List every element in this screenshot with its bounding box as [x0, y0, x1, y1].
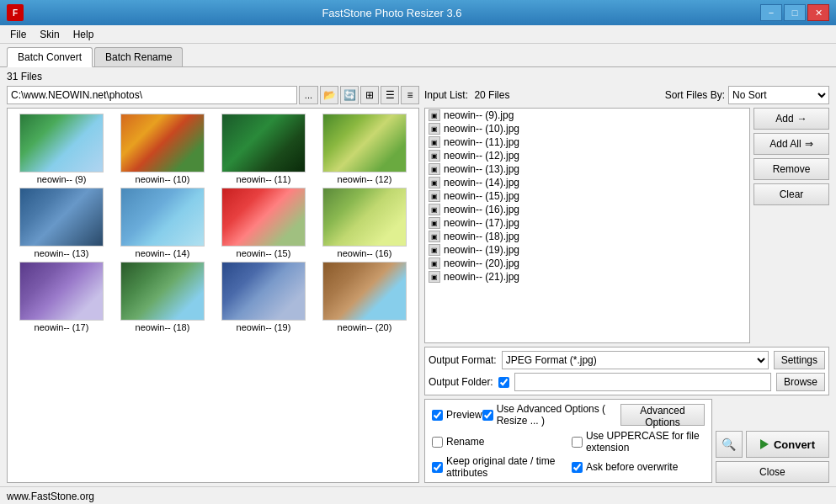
- keep-date-checkbox[interactable]: [432, 462, 443, 473]
- output-folder-input[interactable]: [514, 373, 771, 391]
- file-name: neowin-- (14).jpg: [444, 177, 519, 188]
- list-item[interactable]: ▣neowin-- (19).jpg: [425, 243, 749, 257]
- file-name: neowin-- (17).jpg: [444, 217, 519, 229]
- file-name: neowin-- (9).jpg: [444, 109, 514, 121]
- keep-date-check-row: Keep original date / time attributes: [432, 455, 565, 479]
- detail-view-icon[interactable]: ≡: [401, 86, 419, 104]
- thumbnail-label: neowin-- (15): [237, 248, 291, 258]
- thumbnail-image: [120, 188, 205, 247]
- body-area: ... 📂 🔄 ⊞ ☰ ≡ neowin-- (9)neowin-- (10)n…: [0, 86, 836, 486]
- settings-button[interactable]: Settings: [774, 351, 825, 369]
- thumbnail-label: neowin-- (9): [37, 174, 87, 184]
- thumbnail-item[interactable]: neowin-- (11): [215, 114, 312, 184]
- menu-file[interactable]: File: [3, 27, 33, 42]
- path-input[interactable]: [7, 86, 297, 104]
- options-section: Preview Use Advanced Options ( Resize ..…: [424, 399, 712, 483]
- close-button[interactable]: Close: [716, 461, 829, 483]
- ask-overwrite-checkbox[interactable]: [572, 462, 583, 473]
- maximize-button[interactable]: □: [784, 4, 806, 21]
- thumbnail-item[interactable]: neowin-- (12): [316, 114, 413, 184]
- rename-checkbox[interactable]: [432, 437, 443, 448]
- thumbnail-label: neowin-- (19): [237, 322, 291, 332]
- thumbnail-item[interactable]: neowin-- (17): [13, 262, 110, 332]
- list-view-icon[interactable]: ☰: [381, 86, 399, 104]
- close-window-button[interactable]: ✕: [807, 4, 829, 21]
- thumbnail-label: neowin-- (16): [338, 248, 392, 258]
- thumbnail-item[interactable]: neowin-- (10): [114, 114, 211, 184]
- file-icon: ▣: [429, 163, 440, 175]
- minimize-button[interactable]: −: [760, 4, 782, 21]
- file-icon: ▣: [429, 136, 440, 148]
- sort-label: Sort Files By:: [665, 89, 725, 101]
- output-section: Output Format: JPEG Format (*.jpg) PNG F…: [424, 347, 829, 395]
- file-name: neowin-- (16).jpg: [444, 204, 519, 215]
- thumbnail-image: [120, 262, 205, 321]
- thumbnail-item[interactable]: neowin-- (16): [316, 188, 413, 258]
- window-controls: − □ ✕: [760, 4, 829, 21]
- thumbnail-scroll-area[interactable]: neowin-- (9)neowin-- (10)neowin-- (11)ne…: [7, 108, 419, 483]
- sort-select[interactable]: No Sort Name Date Size: [728, 86, 829, 104]
- output-folder-row: Output Folder: Browse: [429, 373, 825, 391]
- add-folder-icon[interactable]: 📂: [320, 86, 338, 104]
- browse-folder-button[interactable]: Browse: [776, 373, 825, 391]
- preview-image-button[interactable]: 🔍: [716, 431, 743, 458]
- menu-help[interactable]: Help: [67, 27, 101, 42]
- thumbnail-item[interactable]: neowin-- (18): [114, 262, 211, 332]
- menu-bar: File Skin Help: [0, 25, 836, 44]
- toolbar-icons: 📂 🔄 ⊞ ☰ ≡: [320, 86, 419, 104]
- action-buttons: Add → Add All ⇒ Remove Clear: [753, 108, 829, 343]
- add-button[interactable]: Add →: [753, 108, 829, 130]
- list-item[interactable]: ▣neowin-- (13).jpg: [425, 162, 749, 176]
- thumbnail-item[interactable]: neowin-- (20): [316, 262, 413, 332]
- list-item[interactable]: ▣neowin-- (16).jpg: [425, 203, 749, 216]
- file-list-box[interactable]: ▣neowin-- (9).jpg▣neowin-- (10).jpg▣neow…: [424, 108, 750, 343]
- thumbnail-label: neowin-- (18): [136, 322, 190, 332]
- file-icon: ▣: [429, 244, 440, 256]
- output-folder-checkbox[interactable]: [498, 377, 509, 388]
- remove-button[interactable]: Remove: [753, 158, 829, 180]
- list-item[interactable]: ▣neowin-- (21).jpg: [425, 270, 749, 284]
- file-icon: ▣: [429, 177, 440, 188]
- uppercase-checkbox[interactable]: [572, 437, 583, 448]
- grid-view-icon[interactable]: ⊞: [360, 86, 379, 104]
- main-content: 31 Files ... 📂 🔄 ⊞ ☰ ≡ neowin-- (9)neowi…: [0, 67, 836, 486]
- clear-button[interactable]: Clear: [753, 183, 829, 205]
- list-item[interactable]: ▣neowin-- (9).jpg: [425, 109, 749, 122]
- file-name: neowin-- (19).jpg: [444, 244, 519, 256]
- tab-batch-rename[interactable]: Batch Rename: [94, 47, 183, 66]
- thumbnail-item[interactable]: neowin-- (15): [215, 188, 312, 258]
- keep-date-label: Keep original date / time attributes: [446, 455, 565, 479]
- file-name: neowin-- (10).jpg: [444, 123, 519, 135]
- use-advanced-label: Use Advanced Options ( Resize ... ): [497, 403, 620, 427]
- list-item[interactable]: ▣neowin-- (15).jpg: [425, 189, 749, 203]
- menu-skin[interactable]: Skin: [33, 27, 66, 42]
- list-item[interactable]: ▣neowin-- (11).jpg: [425, 135, 749, 149]
- thumbnail-image: [221, 188, 306, 247]
- thumbnail-label: neowin-- (11): [237, 174, 291, 184]
- thumbnail-grid: neowin-- (9)neowin-- (10)neowin-- (11)ne…: [8, 109, 418, 337]
- add-all-button[interactable]: Add All ⇒: [753, 133, 829, 155]
- uppercase-check-row: Use UPPERCASE for file extension: [572, 430, 705, 454]
- convert-button[interactable]: Convert: [746, 431, 829, 458]
- browse-path-button[interactable]: ...: [299, 86, 318, 104]
- list-item[interactable]: ▣neowin-- (20).jpg: [425, 257, 749, 270]
- list-item[interactable]: ▣neowin-- (17).jpg: [425, 216, 749, 230]
- refresh-icon[interactable]: 🔄: [340, 86, 359, 104]
- app-icon: F: [7, 4, 24, 21]
- output-folder-label: Output Folder:: [429, 376, 493, 388]
- list-item[interactable]: ▣neowin-- (10).jpg: [425, 122, 749, 135]
- list-item[interactable]: ▣neowin-- (18).jpg: [425, 230, 749, 243]
- preview-checkbox[interactable]: [432, 410, 443, 421]
- list-item[interactable]: ▣neowin-- (12).jpg: [425, 149, 749, 162]
- output-format-select[interactable]: JPEG Format (*.jpg) PNG Format (*.png) B…: [502, 351, 769, 369]
- thumbnail-item[interactable]: neowin-- (13): [13, 188, 110, 258]
- file-icon: ▣: [429, 204, 440, 215]
- thumbnail-item[interactable]: neowin-- (9): [13, 114, 110, 184]
- thumbnail-item[interactable]: neowin-- (14): [114, 188, 211, 258]
- tab-batch-convert[interactable]: Batch Convert: [7, 47, 93, 67]
- list-item[interactable]: ▣neowin-- (14).jpg: [425, 176, 749, 189]
- advanced-options-button[interactable]: Advanced Options: [620, 404, 705, 426]
- input-list-header: Input List: 20 Files Sort Files By: No S…: [424, 86, 829, 104]
- thumbnail-item[interactable]: neowin-- (19): [215, 262, 312, 332]
- use-advanced-checkbox[interactable]: [482, 410, 493, 421]
